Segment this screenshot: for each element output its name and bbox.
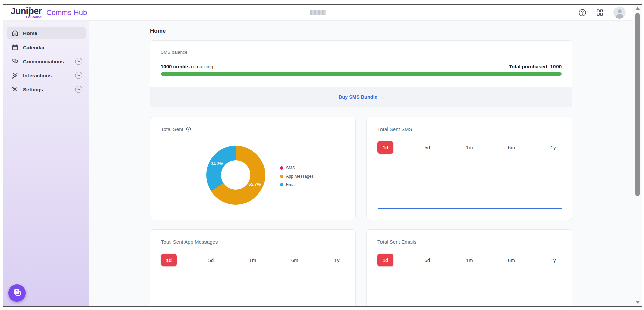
time-range-button[interactable]: 5d xyxy=(203,254,219,266)
legend-dot xyxy=(280,175,283,178)
time-range-button[interactable]: 5d xyxy=(419,141,435,154)
sms-balance-label: SMS balance xyxy=(161,50,562,55)
legend-dot xyxy=(280,166,283,170)
sms-progress-bar xyxy=(161,72,562,76)
time-range-button[interactable]: 6m xyxy=(504,254,519,266)
eye-tracking-icon xyxy=(11,72,19,79)
time-range-selector: 1d 5d 1m 6m 1y xyxy=(377,141,561,154)
apps-grid-icon[interactable] xyxy=(596,8,604,17)
total-purchased: Total purchased: 1000 xyxy=(509,64,562,69)
page-title: Home xyxy=(150,28,572,34)
buy-sms-bundle-link[interactable]: Buy SMS Bundle → xyxy=(339,94,384,100)
main-content: Home SMS balance 1000 credits remaining … xyxy=(89,21,633,306)
legend-dot xyxy=(280,183,283,186)
card-title: Total Sent SMS xyxy=(377,126,412,132)
app-header: Juniper Education Comms Hub xyxy=(3,5,633,21)
chevron-down-icon[interactable] xyxy=(75,72,82,79)
card-title: Total Sent xyxy=(161,126,183,132)
legend-label: SMS xyxy=(286,166,295,170)
sidebar-item-settings[interactable]: Settings xyxy=(7,83,86,95)
header-actions xyxy=(326,7,626,19)
total-sent-sms-card: Total Sent SMS 1d 5d 1m 6m 1y xyxy=(366,117,572,220)
time-range-button[interactable]: 1y xyxy=(545,254,561,266)
app-window: Juniper Education Comms Hub xyxy=(3,4,642,307)
sidebar-item-label: Home xyxy=(23,30,82,36)
credits-remaining: 1000 credits remaining xyxy=(161,64,213,69)
donut-chart: 34.3% 65.7% xyxy=(206,146,265,205)
chevron-down-icon[interactable] xyxy=(75,86,82,93)
chat-question-icon: ? xyxy=(12,288,22,298)
tools-icon xyxy=(11,86,19,93)
card-title: Total Sent App Messages xyxy=(161,239,218,245)
sidebar-item-interactions[interactable]: Interactions xyxy=(7,69,86,81)
sidebar-item-communications[interactable]: Communications xyxy=(7,55,86,67)
scroll-up-arrow[interactable] xyxy=(635,7,640,10)
time-range-button[interactable]: 1y xyxy=(545,141,561,154)
sms-progress-fill xyxy=(161,72,562,76)
calendar-icon xyxy=(11,44,19,51)
juniper-logo[interactable]: Juniper Education xyxy=(11,7,42,18)
time-range-button[interactable]: 1d xyxy=(161,254,177,266)
time-range-button[interactable]: 1m xyxy=(462,141,477,154)
time-range-button[interactable]: 5d xyxy=(419,254,435,266)
chart-legend: SMS App Messages Email xyxy=(280,166,314,187)
legend-item-email[interactable]: Email xyxy=(280,182,314,187)
time-range-selector: 1d 5d 1m 6m 1y xyxy=(161,254,345,266)
card-title: Total Sent Emails xyxy=(377,239,416,245)
support-chat-button[interactable]: ? xyxy=(8,284,26,302)
total-sent-app-messages-card: Total Sent App Messages 1d 5d 1m 6m 1y xyxy=(150,229,356,306)
total-sent-emails-card: Total Sent Emails 1d 5d 1m 6m 1y xyxy=(366,229,572,306)
help-icon[interactable] xyxy=(578,8,587,17)
time-range-button[interactable]: 1d xyxy=(377,254,393,266)
sms-line-series xyxy=(378,208,562,209)
user-avatar[interactable] xyxy=(613,7,626,19)
scrollbar-thumb[interactable] xyxy=(635,13,640,196)
time-range-button[interactable]: 1d xyxy=(377,141,393,154)
time-range-button[interactable]: 1y xyxy=(329,254,345,266)
time-range-button[interactable]: 6m xyxy=(504,141,519,154)
logo-i-dot xyxy=(29,7,31,9)
legend-label: Email xyxy=(286,182,296,187)
brand-area: Juniper Education Comms Hub xyxy=(11,7,310,18)
donut-slice-label: 65.7% xyxy=(249,182,261,187)
time-range-button[interactable]: 6m xyxy=(287,254,303,266)
logo-text: Juniper xyxy=(11,6,42,16)
sidebar-item-label: Calendar xyxy=(23,45,82,50)
redacted-text xyxy=(310,10,326,15)
sms-balance-card: SMS balance 1000 credits remaining Total… xyxy=(150,40,572,107)
main-column: Juniper Education Comms Hub xyxy=(3,5,633,306)
sidebar: Home Calendar xyxy=(3,21,89,306)
speech-bubbles-icon xyxy=(11,58,19,65)
sidebar-item-label: Settings xyxy=(23,87,71,92)
legend-label: App Messages xyxy=(286,174,314,179)
legend-item-sms[interactable]: SMS xyxy=(280,166,314,170)
home-icon xyxy=(11,29,19,37)
time-range-button[interactable]: 1m xyxy=(462,254,477,266)
sms-balance-footer: Buy SMS Bundle → xyxy=(150,87,572,107)
sidebar-item-label: Interactions xyxy=(23,73,71,78)
donut-slice-label: 34.3% xyxy=(211,161,223,166)
legend-item-app-messages[interactable]: App Messages xyxy=(280,174,314,179)
chevron-down-icon[interactable] xyxy=(75,58,82,65)
sidebar-item-home[interactable]: Home xyxy=(7,27,86,39)
logo-subtext: Education xyxy=(26,15,42,19)
app-name: Comms Hub xyxy=(46,9,87,16)
total-sent-card: Total Sent 34.3% 65.7% xyxy=(150,117,356,220)
time-range-button[interactable]: 1m xyxy=(245,254,261,266)
sidebar-item-calendar[interactable]: Calendar xyxy=(7,41,86,53)
sidebar-item-label: Communications xyxy=(23,59,71,64)
scroll-down-arrow[interactable] xyxy=(635,301,640,304)
scrollbar xyxy=(633,5,642,306)
info-icon[interactable] xyxy=(186,126,191,132)
time-range-selector: 1d 5d 1m 6m 1y xyxy=(377,254,561,266)
